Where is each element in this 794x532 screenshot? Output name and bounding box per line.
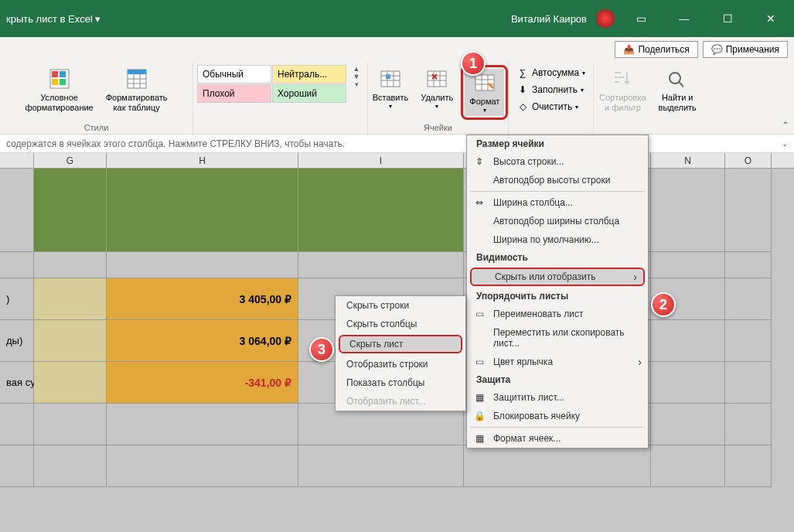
conditional-formatting-button[interactable]: Условное форматирование [20, 65, 97, 114]
menu-tab-color[interactable]: ▭ Цвет ярлычка [467, 353, 648, 371]
svg-rect-16 [386, 74, 390, 79]
formula-expand-icon[interactable]: ⌄ [782, 139, 788, 148]
shield-icon: ▦ [473, 391, 486, 404]
minimize-button[interactable]: — [667, 8, 701, 29]
insert-icon [378, 66, 403, 91]
delete-button[interactable]: Удалить ▾ [416, 65, 458, 112]
collapse-ribbon-icon[interactable]: ⌃ [782, 120, 789, 131]
fill-button[interactable]: ⬇ Заполнить ▾ [513, 82, 587, 97]
fill-icon: ⬇ [516, 84, 529, 96]
sort-icon [610, 66, 635, 91]
menu-protect-sheet[interactable]: ▦ Защитить лист... [467, 388, 648, 407]
grid-cell[interactable]: 3 064,00 ₽ [107, 320, 298, 362]
ribbon-display-button[interactable]: ▭ [624, 8, 658, 29]
menu-autofit-col[interactable]: Автоподбор ширины столбца [467, 212, 648, 230]
menu-section-size: Размер ячейки [467, 135, 648, 152]
grid-cell[interactable]: -341,00 ₽ [107, 362, 298, 404]
style-gallery-expand[interactable]: ▲▼▾ [349, 65, 363, 88]
callout-3: 3 [309, 337, 334, 362]
conditional-format-icon [47, 66, 72, 91]
menu-move-copy[interactable]: Переместить или скопировать лист... [467, 323, 648, 353]
menu-section-visibility: Видимость [467, 249, 648, 266]
col-header[interactable]: N [651, 153, 725, 168]
find-select-button[interactable]: Найти и выделить [654, 65, 701, 114]
ribbon: Условное форматирование Форматировать ка… [0, 62, 794, 135]
svg-rect-1 [52, 71, 58, 77]
menu-col-width[interactable]: ⇔ Ширина столбца... [467, 193, 648, 212]
svg-rect-6 [128, 70, 146, 74]
menu-default-width[interactable]: Ширина по умолчанию... [467, 230, 648, 249]
lock-icon: 🔒 [473, 410, 486, 422]
hide-show-submenu: Скрыть строки Скрыть столбцы Скрыть лист… [335, 295, 466, 411]
callout-1: 1 [461, 51, 486, 76]
submenu-show-rows[interactable]: Отобразить строки [336, 355, 465, 373]
title-bar: крыть лист в Excel ▾ Виталий Каиров ▭ — … [0, 0, 794, 37]
delete-icon [424, 66, 449, 91]
menu-rename-sheet[interactable]: ▭ Переименовать лист [467, 305, 648, 323]
format-menu: Размер ячейки ⇕ Высота строки... Автопод… [466, 135, 649, 448]
sigma-icon: ∑ [516, 66, 529, 79]
style-bad[interactable]: Плохой [197, 84, 271, 103]
svg-rect-4 [60, 79, 66, 85]
formula-bar[interactable]: содержатся в ячейках этого столбца. Нажм… [0, 135, 794, 153]
submenu-hide-rows[interactable]: Скрыть строки [336, 296, 465, 315]
submenu-show-cols[interactable]: Показать столбцы [336, 373, 465, 392]
share-bar: 📤 Поделиться 💬 Примечания [0, 37, 794, 62]
submenu-hide-sheet[interactable]: Скрыть лист [339, 335, 462, 353]
col-width-icon: ⇔ [473, 196, 486, 209]
rename-icon: ▭ [473, 308, 486, 320]
menu-autofit-row[interactable]: Автоподбор высоты строки [467, 171, 648, 189]
menu-section-organize: Упорядочить листы [467, 288, 648, 305]
comment-icon: 💬 [711, 44, 723, 55]
sort-filter-button[interactable]: Сортировка и фильтр [595, 65, 650, 114]
styles-group-label: Стили [84, 123, 109, 132]
color-icon: ▭ [473, 356, 486, 368]
svg-line-30 [679, 82, 683, 87]
window-title: крыть лист в Excel ▾ [6, 13, 101, 25]
callout-2: 2 [651, 292, 676, 317]
row-height-icon: ⇕ [473, 155, 486, 168]
user-name: Виталий Каиров [511, 13, 587, 25]
comments-button[interactable]: 💬 Примечания [703, 41, 788, 58]
svg-point-29 [670, 73, 680, 84]
menu-hide-show[interactable]: Скрыть или отобразить [470, 268, 645, 286]
avatar[interactable] [596, 9, 615, 28]
menu-lock-cell[interactable]: 🔒 Блокировать ячейку [467, 407, 648, 425]
share-icon: 📤 [623, 44, 635, 55]
menu-format-cells[interactable]: ▦ Формат ячеек... [467, 429, 648, 448]
submenu-show-sheet: Отобразить лист... [336, 392, 465, 411]
table-icon [124, 66, 149, 91]
style-neutral[interactable]: Нейтраль... [272, 65, 346, 84]
clear-button[interactable]: ◇ Очистить ▾ [513, 99, 581, 114]
menu-section-protect: Защита [467, 371, 648, 388]
svg-rect-24 [475, 75, 494, 90]
submenu-hide-cols[interactable]: Скрыть столбцы [336, 315, 465, 333]
grid-cell[interactable]: 3 405,00 ₽ [107, 278, 298, 320]
svg-rect-2 [60, 71, 66, 77]
close-button[interactable]: ✕ [754, 8, 788, 29]
style-normal[interactable]: Обычный [197, 65, 271, 84]
format-as-table-button[interactable]: Форматировать как таблицу [101, 65, 172, 114]
format-cells-icon: ▦ [473, 432, 486, 445]
autosum-button[interactable]: ∑ Автосумма ▾ [513, 65, 588, 80]
col-header[interactable] [0, 153, 34, 168]
eraser-icon: ◇ [516, 101, 529, 113]
col-header[interactable]: G [34, 153, 107, 168]
search-icon [665, 66, 690, 91]
col-header[interactable]: O [725, 153, 772, 168]
maximize-button[interactable]: ☐ [711, 8, 745, 29]
format-button[interactable]: Формат ▾ [465, 69, 504, 116]
col-header[interactable]: I [298, 153, 464, 168]
cell-styles-gallery[interactable]: Обычный Нейтраль... Плохой Хороший [197, 65, 346, 103]
style-good[interactable]: Хороший [272, 84, 346, 103]
menu-row-height[interactable]: ⇕ Высота строки... [467, 152, 648, 171]
col-header[interactable]: H [107, 153, 298, 168]
cells-group-label: Ячейки [424, 123, 452, 132]
insert-button[interactable]: Вставить ▾ [368, 65, 414, 112]
svg-rect-3 [52, 79, 58, 85]
share-button[interactable]: 📤 Поделиться [615, 41, 697, 58]
